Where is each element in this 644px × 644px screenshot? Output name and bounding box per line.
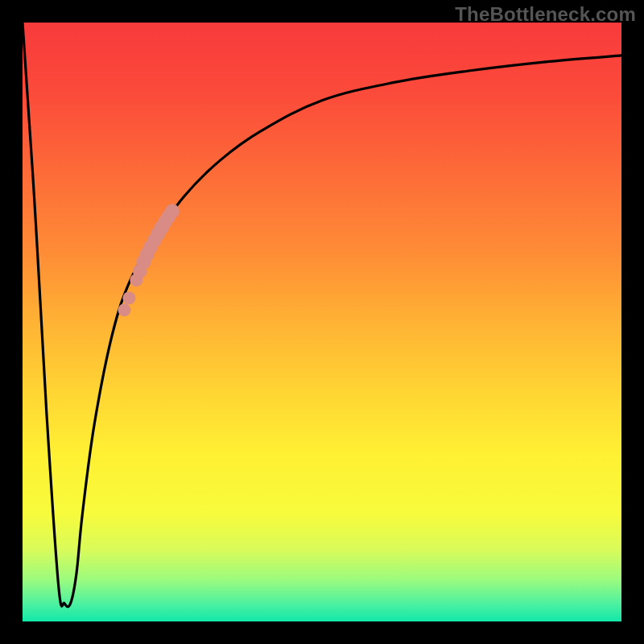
highlight-dot bbox=[122, 291, 135, 304]
gradient-rect bbox=[23, 23, 621, 621]
highlight-dot bbox=[118, 303, 130, 316]
highlight-dot bbox=[165, 204, 180, 218]
plot-svg bbox=[23, 23, 621, 621]
plot-area bbox=[23, 23, 621, 621]
chart-frame: TheBottleneck.com bbox=[0, 0, 644, 644]
